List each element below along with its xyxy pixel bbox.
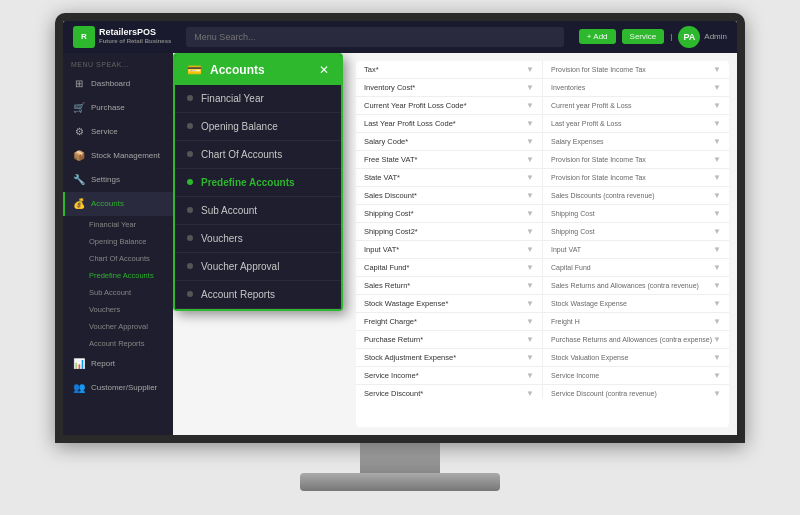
table-cell-right: Provision for State Income Tax ▼ (543, 169, 729, 186)
arrow-icon: ▼ (526, 101, 534, 110)
sidebar-sub-predefine[interactable]: Predefine Accounts (63, 267, 173, 284)
dropdown-menu: 💳 Accounts ✕ Financial Year Opening Bala… (173, 53, 343, 311)
cell-desc: Service Income (551, 372, 599, 379)
bullet-icon (187, 263, 193, 269)
sidebar-item-service[interactable]: ⚙ Service (63, 120, 173, 144)
monitor-wrapper: R RetailersPOS Future of Retail Business… (40, 13, 760, 503)
cell-name: Inventory Cost* (364, 83, 415, 92)
table-row: Tax* ▼ Provision for State Income Tax ▼ (356, 61, 729, 79)
dropdown-item-label: Financial Year (201, 93, 264, 104)
sidebar-sub-financial-year[interactable]: Financial Year (63, 216, 173, 233)
table-cell-left: Last Year Profit Loss Code* ▼ (356, 115, 543, 132)
sidebar-item-settings[interactable]: 🔧 Settings (63, 168, 173, 192)
dropdown-item-opening-balance[interactable]: Opening Balance (175, 113, 341, 141)
cell-name: Shipping Cost* (364, 209, 414, 218)
cell-name: Last Year Profit Loss Code* (364, 119, 456, 128)
customer-icon: 👥 (73, 382, 85, 394)
dropdown-item-predefine[interactable]: Predefine Accounts (175, 169, 341, 197)
table-cell-left: Free State VAT* ▼ (356, 151, 543, 168)
arrow-icon: ▼ (526, 227, 534, 236)
table-cell-right: Sales Returns and Allowances (contra rev… (543, 277, 729, 294)
cell-desc: Capital Fund (551, 264, 591, 271)
dropdown-item-financial-year[interactable]: Financial Year (175, 85, 341, 113)
sidebar-sub-chart-accounts[interactable]: Chart Of Accounts (63, 250, 173, 267)
add-button[interactable]: + Add (579, 29, 616, 44)
table-cell-left: Stock Adjustment Expense* ▼ (356, 349, 543, 366)
table-cell-right: Input VAT ▼ (543, 241, 729, 258)
sidebar-item-label: Customer/Supplier (91, 383, 157, 392)
table-row: Service Discount* ▼ Service Discount (co… (356, 385, 729, 399)
sidebar-item-customer[interactable]: 👥 Customer/Supplier (63, 376, 173, 400)
cell-name: Capital Fund* (364, 263, 409, 272)
sidebar-sub-voucher-approval[interactable]: Voucher Approval (63, 318, 173, 335)
sidebar: Menu Speak... ⊞ Dashboard 🛒 Purchase ⚙ S… (63, 53, 173, 435)
arrow-icon: ▼ (526, 83, 534, 92)
dropdown-item-label: Sub Account (201, 205, 257, 216)
dropdown-item-sub-account[interactable]: Sub Account (175, 197, 341, 225)
cell-desc: Current year Profit & Loss (551, 102, 632, 109)
bullet-icon (187, 95, 193, 101)
sidebar-item-dashboard[interactable]: ⊞ Dashboard (63, 72, 173, 96)
table-row: Last Year Profit Loss Code* ▼ Last year … (356, 115, 729, 133)
table-row: Shipping Cost* ▼ Shipping Cost ▼ (356, 205, 729, 223)
arrow-icon: ▼ (713, 281, 721, 290)
cell-desc: Sales Returns and Allowances (contra rev… (551, 282, 699, 289)
arrow-icon: ▼ (713, 191, 721, 200)
menu-label: Menu Speak... (63, 57, 173, 72)
monitor-screen: R RetailersPOS Future of Retail Business… (55, 13, 745, 443)
table-cell-left: Sales Return* ▼ (356, 277, 543, 294)
sidebar-sub-sub-account[interactable]: Sub Account (63, 284, 173, 301)
monitor-stand-neck (360, 443, 440, 473)
cell-desc: Shipping Cost (551, 228, 595, 235)
table-cell-right: Provision for State Income Tax ▼ (543, 61, 729, 78)
table-cell-left: Shipping Cost2* ▼ (356, 223, 543, 240)
service-button[interactable]: Service (622, 29, 665, 44)
sidebar-item-accounts[interactable]: 💰 Accounts (63, 192, 173, 216)
arrow-icon: ▼ (526, 281, 534, 290)
user-name: Admin (704, 32, 727, 41)
table-cell-right: Shipping Cost ▼ (543, 223, 729, 240)
cell-name: Purchase Return* (364, 335, 423, 344)
sidebar-sub-account-reports[interactable]: Account Reports (63, 335, 173, 352)
sidebar-sub-vouchers[interactable]: Vouchers (63, 301, 173, 318)
topbar-search[interactable] (186, 26, 564, 47)
sidebar-item-report[interactable]: 📊 Report (63, 352, 173, 376)
dropdown-item-account-reports[interactable]: Account Reports (175, 281, 341, 309)
dropdown-item-chart-accounts[interactable]: Chart Of Accounts (175, 141, 341, 169)
logo-text: RetailersPOS Future of Retail Business (99, 28, 171, 44)
bullet-icon (187, 123, 193, 129)
table-cell-right: Service Discount (contra revenue) ▼ (543, 385, 729, 399)
sidebar-sub-opening-balance[interactable]: Opening Balance (63, 233, 173, 250)
arrow-icon: ▼ (713, 389, 721, 398)
table-row: Stock Wastage Expense* ▼ Stock Wastage E… (356, 295, 729, 313)
dropdown-item-voucher-approval[interactable]: Voucher Approval (175, 253, 341, 281)
arrow-icon: ▼ (526, 353, 534, 362)
arrow-icon: ▼ (526, 317, 534, 326)
cell-name: Salary Code* (364, 137, 408, 146)
table-cell-left: Current Year Profit Loss Code* ▼ (356, 97, 543, 114)
stock-icon: 📦 (73, 150, 85, 162)
monitor-stand-base (300, 473, 500, 491)
table-cell-left: State VAT* ▼ (356, 169, 543, 186)
sidebar-item-stock[interactable]: 📦 Stock Management (63, 144, 173, 168)
table-cell-left: Capital Fund* ▼ (356, 259, 543, 276)
arrow-icon: ▼ (713, 317, 721, 326)
cell-name: Service Discount* (364, 389, 423, 398)
arrow-icon: ▼ (713, 227, 721, 236)
cell-name: State VAT* (364, 173, 400, 182)
cell-desc: Freight H (551, 318, 580, 325)
table-row: Sales Return* ▼ Sales Returns and Allowa… (356, 277, 729, 295)
table-cell-left: Stock Wastage Expense* ▼ (356, 295, 543, 312)
arrow-icon: ▼ (713, 155, 721, 164)
table-cell-left: Inventory Cost* ▼ (356, 79, 543, 96)
arrow-icon: ▼ (713, 371, 721, 380)
cell-name: Stock Adjustment Expense* (364, 353, 456, 362)
dropdown-item-vouchers[interactable]: Vouchers (175, 225, 341, 253)
dropdown-close-icon[interactable]: ✕ (319, 63, 329, 77)
dropdown-item-label: Predefine Accounts (201, 177, 295, 188)
table-row: Sales Discount* ▼ Sales Discounts (contr… (356, 187, 729, 205)
dashboard-icon: ⊞ (73, 78, 85, 90)
sidebar-item-purchase[interactable]: 🛒 Purchase (63, 96, 173, 120)
bullet-icon (187, 151, 193, 157)
search-input[interactable] (186, 27, 564, 47)
